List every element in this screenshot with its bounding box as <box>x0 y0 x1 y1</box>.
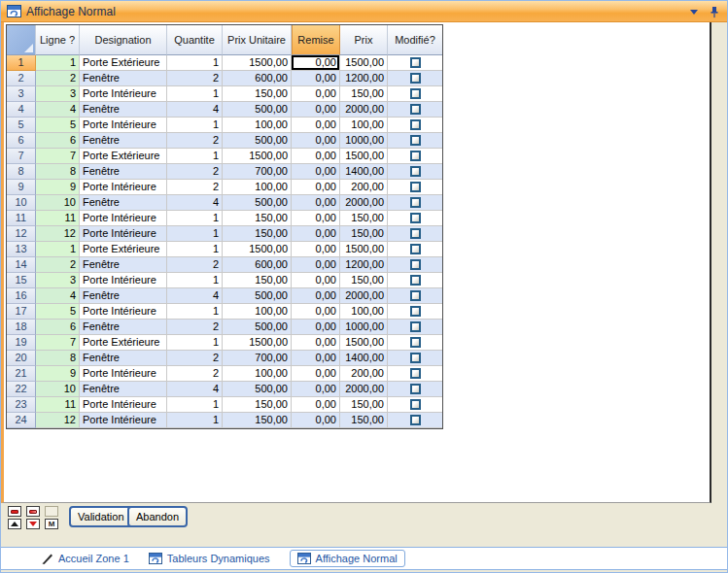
cell-designation[interactable]: Fenêtre <box>80 102 167 118</box>
row-header[interactable]: 22 <box>7 382 36 397</box>
modified-checkbox[interactable] <box>410 368 421 379</box>
cell-designation[interactable]: Porte Intérieure <box>80 118 167 133</box>
column-header-quantite[interactable]: Quantite <box>167 25 223 55</box>
cell-prix-unitaire[interactable]: 1500,00 <box>223 335 292 351</box>
cell-remise[interactable]: 0,00 <box>292 195 340 211</box>
modified-checkbox[interactable] <box>410 337 421 348</box>
cell-ligne[interactable]: 3 <box>36 273 80 288</box>
row-header[interactable]: 19 <box>7 335 36 351</box>
cell-prix-unitaire[interactable]: 150,00 <box>223 211 292 226</box>
modified-checkbox[interactable] <box>410 275 421 286</box>
cell-remise[interactable]: 0,00 <box>292 288 340 304</box>
abandon-button[interactable]: Abandon <box>127 506 188 527</box>
cell-quantite[interactable]: 1 <box>167 86 223 102</box>
cell-ligne[interactable]: 10 <box>36 382 80 397</box>
m-button[interactable]: M <box>45 519 58 529</box>
validation-button[interactable]: Validation <box>69 506 133 527</box>
row-header[interactable]: 2 <box>7 71 36 86</box>
row-header[interactable]: 10 <box>7 195 36 211</box>
cell-quantite[interactable]: 1 <box>167 149 223 164</box>
cell-designation[interactable]: Porte Extérieure <box>80 149 167 164</box>
cell-designation[interactable]: Porte Intérieure <box>80 397 167 413</box>
cell-ligne[interactable]: 10 <box>36 195 80 211</box>
modified-checkbox[interactable] <box>410 73 421 84</box>
cell-designation[interactable]: Fenêtre <box>80 382 167 397</box>
cell-quantite[interactable]: 1 <box>167 304 223 320</box>
cell-designation[interactable]: Fenêtre <box>80 71 167 86</box>
cell-prix[interactable]: 2000,00 <box>340 102 388 118</box>
cell-prix-unitaire[interactable]: 500,00 <box>223 288 292 304</box>
cell-remise[interactable]: 0,00 <box>292 366 340 382</box>
cell-prix-unitaire[interactable]: 600,00 <box>223 257 292 273</box>
cell-prix-unitaire[interactable]: 100,00 <box>223 180 292 195</box>
cell-prix-unitaire[interactable]: 150,00 <box>223 413 292 428</box>
modified-checkbox[interactable] <box>410 259 421 270</box>
column-header-ligne[interactable]: Ligne ? <box>36 25 80 55</box>
modified-checkbox[interactable] <box>410 135 421 146</box>
modified-checkbox[interactable] <box>410 166 421 177</box>
row-header[interactable]: 17 <box>7 304 36 320</box>
cell-ligne[interactable]: 1 <box>36 242 80 257</box>
cell-designation[interactable]: Porte Extérieure <box>80 335 167 351</box>
cell-prix[interactable]: 150,00 <box>340 273 388 288</box>
modified-checkbox[interactable] <box>410 415 421 425</box>
cell-remise[interactable]: 0,00 <box>292 164 340 180</box>
cell-prix[interactable]: 150,00 <box>340 413 388 428</box>
row-header[interactable]: 7 <box>7 149 36 164</box>
cell-remise[interactable]: 0,00 <box>292 320 340 335</box>
cell-ligne[interactable]: 2 <box>36 71 80 86</box>
cell-ligne[interactable]: 11 <box>36 211 80 226</box>
cell-prix[interactable]: 150,00 <box>340 397 388 413</box>
cell-quantite[interactable]: 1 <box>167 242 223 257</box>
cell-prix-unitaire[interactable]: 500,00 <box>223 133 292 149</box>
cell-prix-unitaire[interactable]: 500,00 <box>223 382 292 397</box>
cell-prix-unitaire[interactable]: 700,00 <box>223 164 292 180</box>
cell-ligne[interactable]: 5 <box>36 304 80 320</box>
cell-ligne[interactable]: 6 <box>36 133 80 149</box>
cell-remise[interactable]: 0,00 <box>292 257 340 273</box>
cell-prix-unitaire[interactable]: 150,00 <box>223 226 292 242</box>
cell-prix[interactable]: 1500,00 <box>340 149 388 164</box>
cell-quantite[interactable]: 2 <box>167 366 223 382</box>
row-header[interactable]: 5 <box>7 118 36 133</box>
blank-button[interactable] <box>45 506 58 517</box>
cell-designation[interactable]: Fenêtre <box>80 351 167 366</box>
cell-prix[interactable]: 2000,00 <box>340 382 388 397</box>
cell-prix[interactable]: 100,00 <box>340 118 388 133</box>
cell-remise[interactable]: 0,00 <box>292 226 340 242</box>
cell-quantite[interactable]: 2 <box>167 351 223 366</box>
cell-ligne[interactable]: 7 <box>36 149 80 164</box>
chevron-down-icon[interactable] <box>690 10 698 15</box>
cell-prix[interactable]: 1500,00 <box>340 55 388 71</box>
cell-quantite[interactable]: 1 <box>167 397 223 413</box>
cell-designation[interactable]: Fenêtre <box>80 320 167 335</box>
modified-checkbox[interactable] <box>410 182 421 192</box>
cell-remise[interactable]: 0,00 <box>292 304 340 320</box>
cell-designation[interactable]: Fenêtre <box>80 195 167 211</box>
modified-checkbox[interactable] <box>410 399 421 410</box>
cell-ligne[interactable]: 9 <box>36 180 80 195</box>
cell-quantite[interactable]: 1 <box>167 226 223 242</box>
cell-quantite[interactable]: 4 <box>167 195 223 211</box>
pane-titlebar[interactable]: Affichage Normal <box>1 1 728 22</box>
cell-ligne[interactable]: 8 <box>36 164 80 180</box>
cell-ligne[interactable]: 9 <box>36 366 80 382</box>
cell-ligne[interactable]: 2 <box>36 257 80 273</box>
cell-designation[interactable]: Porte Intérieure <box>80 180 167 195</box>
cell-ligne[interactable]: 1 <box>36 55 80 71</box>
cell-quantite[interactable]: 2 <box>167 133 223 149</box>
up-arrow-button[interactable] <box>8 519 21 529</box>
cell-prix-unitaire[interactable]: 500,00 <box>223 102 292 118</box>
cell-designation[interactable]: Fenêtre <box>80 133 167 149</box>
cell-remise[interactable]: 0,00 <box>292 86 340 102</box>
pin-icon[interactable] <box>710 6 719 18</box>
modified-checkbox[interactable] <box>410 119 421 130</box>
cell-ligne[interactable]: 7 <box>36 335 80 351</box>
cell-prix[interactable]: 200,00 <box>340 366 388 382</box>
row-header[interactable]: 13 <box>7 242 36 257</box>
cell-designation[interactable]: Porte Intérieure <box>80 304 167 320</box>
modified-checkbox[interactable] <box>410 88 421 99</box>
modified-checkbox[interactable] <box>410 321 421 332</box>
cell-remise[interactable]: 0,00 <box>292 102 340 118</box>
cell-prix-unitaire[interactable]: 1500,00 <box>223 149 292 164</box>
